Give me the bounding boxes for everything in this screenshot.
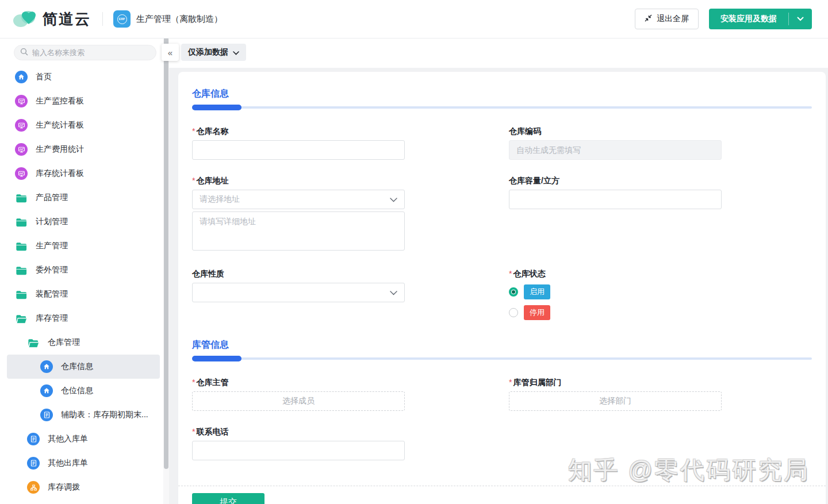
sidebar-item-库存管理[interactable]: 库存管理: [0, 306, 160, 330]
transfer-icon: [27, 481, 40, 494]
exit-fullscreen-button[interactable]: 退出全屏: [635, 9, 699, 29]
member-picker[interactable]: 选择成员: [192, 391, 405, 411]
radio-unselected[interactable]: [509, 308, 518, 317]
contact-phone-input[interactable]: [192, 441, 405, 460]
department-picker[interactable]: 选择部门: [509, 391, 722, 411]
chevron-down-icon: [233, 48, 239, 57]
dashboard-icon: [15, 143, 28, 156]
status-badge-on[interactable]: 启用: [524, 284, 550, 299]
data-mode-dropdown[interactable]: 仅添加数据: [181, 44, 246, 61]
sidebar-item-生产费用统计[interactable]: 生产费用统计: [0, 137, 160, 161]
sidebar-item-label: 生产费用统计: [36, 144, 84, 155]
sidebar-item-首页[interactable]: 首页: [0, 65, 160, 89]
sidebar-item-label: 生产监控看板: [36, 96, 84, 106]
sidebar-collapse-button[interactable]: «: [162, 44, 179, 61]
dashboard-icon: [15, 95, 28, 107]
sidebar-item-仓库信息[interactable]: 仓库信息: [7, 355, 160, 379]
brand-name: 简道云: [43, 9, 91, 29]
address-select[interactable]: 请选择地址: [192, 190, 405, 209]
erp-icon: ERP: [117, 14, 127, 24]
app-title: 生产管理（离散制造）: [136, 14, 223, 25]
sidebar-item-label: 计划管理: [36, 217, 68, 227]
field-label-warehouse-name: *仓库名称: [192, 125, 405, 137]
field-label-warehouse-address: *仓库地址: [192, 175, 405, 186]
sidebar-item-仓位信息[interactable]: 仓位信息: [0, 379, 160, 403]
sidebar-item-辅助表：库存期初期末...[interactable]: 辅助表：库存期初期末...: [0, 403, 160, 427]
radio-selected[interactable]: [509, 287, 518, 297]
sidebar-item-label: 委外管理: [36, 265, 68, 275]
required-asterisk: *: [192, 427, 195, 436]
folder-icon: [15, 241, 28, 251]
sidebar-item-生产统计看板[interactable]: 生产统计看板: [0, 113, 160, 137]
home-icon: [15, 71, 28, 83]
field-label-warehouse-manager: *仓库主管: [192, 376, 405, 388]
sidebar-item-label: 仓库管理: [48, 337, 80, 348]
sidebar-item-其他出库单[interactable]: 其他出库单: [0, 451, 160, 475]
form-footer-divider: [178, 486, 826, 486]
warehouse-capacity-input[interactable]: [509, 190, 722, 209]
exit-fullscreen-icon: [645, 14, 652, 24]
sidebar-item-label: 库存管理: [36, 313, 68, 324]
required-asterisk: *: [192, 176, 195, 185]
sidebar-item-委外管理[interactable]: 委外管理: [0, 258, 160, 282]
warehouse-type-select[interactable]: [192, 283, 405, 302]
topbar-divider: [102, 12, 103, 26]
search-input[interactable]: [32, 48, 150, 57]
folder-icon: [15, 290, 28, 299]
sidebar-search[interactable]: [14, 45, 156, 60]
search-icon: [20, 48, 28, 58]
sidebar-item-生产监控看板[interactable]: 生产监控看板: [0, 89, 160, 113]
sidebar: 首页 生产监控看板 生产统计看板 生产费用统计 库存统计看板 产品管理 计划管理…: [0, 39, 160, 504]
sidebar-scrollbar-thumb[interactable]: [164, 37, 168, 469]
top-bar: 简道云 ERP 生产管理（离散制造） 退出全屏 安装应用及数据: [0, 0, 828, 39]
sidebar-item-label: 库存统计看板: [36, 168, 84, 179]
sidebar-item-label: 装配管理: [36, 289, 68, 299]
sidebar-item-其他入库单[interactable]: 其他入库单: [0, 427, 160, 451]
folder-icon: [15, 217, 28, 227]
status-option-enabled: 启用: [509, 284, 722, 300]
chevron-down-icon: [390, 287, 397, 298]
sidebar-item-label: 其他出库单: [48, 458, 88, 468]
install-app-button[interactable]: 安装应用及数据: [709, 9, 812, 29]
install-dropdown-caret[interactable]: [789, 9, 812, 29]
required-asterisk: *: [509, 378, 512, 387]
status-option-disabled: 停用: [509, 305, 722, 321]
sidebar-item-partial-18[interactable]: [0, 499, 160, 504]
document-icon: [27, 457, 40, 470]
required-asterisk: *: [192, 126, 195, 136]
sidebar-item-库存调拨[interactable]: 库存调拨: [0, 475, 160, 499]
folder-icon: [15, 193, 28, 203]
jiandaoyun-logo-icon: [13, 7, 37, 30]
sidebar-item-库存统计看板[interactable]: 库存统计看板: [0, 161, 160, 186]
section-title-keeper: 库管信息: [192, 339, 812, 351]
sidebar-item-产品管理[interactable]: 产品管理: [0, 186, 160, 210]
folder-open-icon: [15, 314, 28, 324]
sidebar-item-仓库管理[interactable]: 仓库管理: [0, 330, 160, 355]
field-label-contact-phone: *联系电话: [192, 426, 405, 437]
sidebar-item-label: 库存调拨: [48, 482, 80, 493]
sidebar-item-label: 生产统计看板: [36, 120, 84, 130]
folder-open-icon: [27, 338, 40, 348]
field-label-warehouse-code: 仓库编码: [509, 125, 722, 137]
sidebar-item-计划管理[interactable]: 计划管理: [0, 210, 160, 234]
form-panel: 仓库信息 *仓库名称 仓库编码 *仓库地址 请选择地址 仓库容量/立方: [178, 72, 826, 504]
warehouse-name-input[interactable]: [192, 140, 405, 160]
sidebar-item-label: 生产管理: [36, 241, 68, 251]
sidebar-item-label: 首页: [36, 72, 52, 82]
sidebar-item-label: 产品管理: [36, 193, 68, 203]
submit-button[interactable]: 提交: [192, 493, 264, 504]
section-progress-bar: [192, 105, 812, 110]
sidebar-item-装配管理[interactable]: 装配管理: [0, 282, 160, 306]
folder-icon: [15, 266, 28, 275]
brand-logo[interactable]: 简道云: [13, 7, 91, 30]
document-icon: [40, 409, 53, 421]
chevron-down-icon: [390, 194, 397, 205]
address-detail-textarea[interactable]: [192, 211, 405, 251]
home-icon: [40, 360, 53, 373]
collapse-icon: «: [168, 48, 172, 57]
sidebar-item-label: 辅助表：库存期初期末...: [61, 410, 148, 420]
dashboard-icon: [15, 167, 28, 180]
status-badge-off[interactable]: 停用: [524, 305, 550, 320]
sidebar-item-生产管理[interactable]: 生产管理: [0, 234, 160, 258]
field-label-warehouse-status: *仓库状态: [509, 268, 722, 279]
